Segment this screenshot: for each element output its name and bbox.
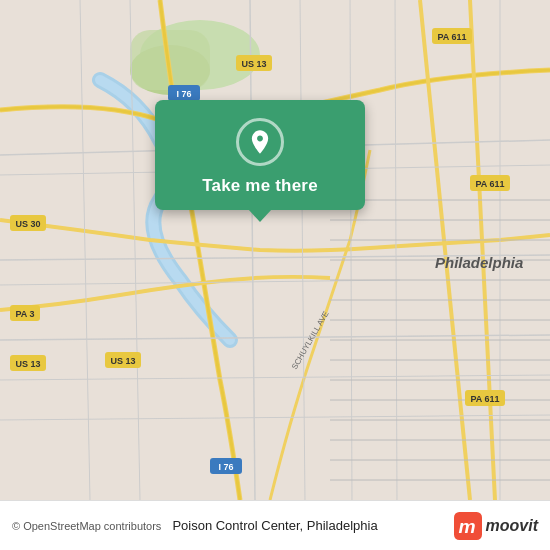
take-me-there-button[interactable]: Take me there bbox=[202, 176, 318, 196]
location-icon-circle bbox=[236, 118, 284, 166]
moovit-text: moovit bbox=[486, 517, 538, 535]
moovit-icon: m bbox=[454, 512, 482, 540]
svg-text:PA 611: PA 611 bbox=[470, 394, 499, 404]
svg-text:PA 611: PA 611 bbox=[475, 179, 504, 189]
svg-text:m: m bbox=[458, 516, 475, 537]
svg-text:PA 611: PA 611 bbox=[437, 32, 466, 42]
svg-text:US 30: US 30 bbox=[15, 219, 40, 229]
moovit-logo: m moovit bbox=[454, 512, 538, 540]
popup-card[interactable]: Take me there bbox=[155, 100, 365, 210]
svg-text:US 13: US 13 bbox=[241, 59, 266, 69]
svg-text:Philadelphia: Philadelphia bbox=[435, 254, 523, 271]
svg-text:I 76: I 76 bbox=[218, 462, 233, 472]
svg-text:PA 3: PA 3 bbox=[15, 309, 34, 319]
svg-text:I 76: I 76 bbox=[176, 89, 191, 99]
map-container: I 76 US 13 PA 611 US 30 PA 3 US 13 US 13… bbox=[0, 0, 550, 500]
map-background: I 76 US 13 PA 611 US 30 PA 3 US 13 US 13… bbox=[0, 0, 550, 500]
svg-text:US 13: US 13 bbox=[15, 359, 40, 369]
bottom-bar: © OpenStreetMap contributors Poison Cont… bbox=[0, 500, 550, 550]
location-pin-icon bbox=[246, 128, 274, 156]
svg-text:US 13: US 13 bbox=[110, 356, 135, 366]
place-name: Poison Control Center, Philadelphia bbox=[172, 518, 377, 533]
